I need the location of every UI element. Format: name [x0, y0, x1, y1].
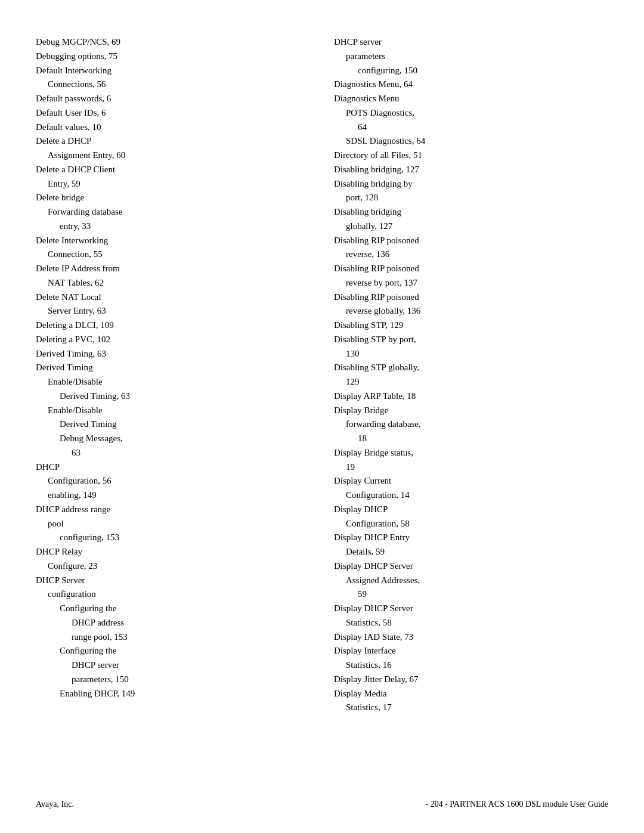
left-entry-1: Debugging options, 75: [36, 50, 310, 63]
right-entry-29: Display Bridge status,: [334, 447, 608, 460]
left-entry-35: configuring, 153: [36, 531, 310, 544]
right-entry-25: Display ARP Table, 18: [334, 390, 608, 403]
right-entry-5: POTS Diagnostics,: [334, 107, 608, 120]
right-entry-34: Configuration, 58: [334, 518, 608, 531]
left-entry-11: Delete bridge: [36, 191, 310, 205]
left-entry-24: Enable/Disable: [36, 376, 310, 389]
right-entry-39: 59: [334, 588, 608, 601]
right-entry-31: Display Current: [334, 475, 608, 488]
footer-center: - 204 - PARTNER ACS 1600 DSL module User…: [425, 800, 608, 809]
right-entry-19: reverse globally, 136: [334, 305, 608, 318]
right-entry-3: Diagnostics Menu, 64: [334, 78, 608, 91]
left-entry-34: pool: [36, 518, 310, 531]
left-entry-2: Default Interworking: [36, 64, 310, 78]
left-entry-0: Debug MGCP/NCS, 69: [36, 36, 310, 49]
left-entry-36: DHCP Relay: [36, 546, 310, 559]
right-entry-38: Assigned Addresses,: [334, 574, 608, 587]
right-entry-44: Statistics, 16: [334, 659, 608, 672]
right-entry-35: Display DHCP Entry: [334, 531, 608, 544]
right-entry-18: Disabling RIP poisoned: [334, 291, 608, 304]
right-entry-21: Disabling STP by port,: [334, 333, 608, 346]
left-entry-26: Enable/Disable: [36, 404, 310, 417]
right-entry-47: Statistics, 17: [334, 701, 608, 714]
left-entry-32: enabling, 149: [36, 489, 310, 502]
left-entry-14: Delete Interworking: [36, 234, 310, 247]
left-entry-40: Configuring the: [36, 602, 310, 615]
left-entry-23: Derived Timing: [36, 361, 310, 374]
footer-left: Avaya, Inc.: [36, 800, 74, 809]
left-entry-44: DHCP server: [36, 659, 310, 672]
right-entry-13: globally, 127: [334, 220, 608, 233]
left-entry-9: Delete a DHCP Client: [36, 163, 310, 176]
left-entry-5: Default User IDs, 6: [36, 107, 310, 120]
right-entry-42: Display IAD State, 73: [334, 631, 608, 644]
left-entry-6: Default values, 10: [36, 121, 310, 134]
left-column: Debug MGCP/NCS, 69Debugging options, 75D…: [36, 36, 310, 701]
left-entry-42: range pool, 153: [36, 631, 310, 644]
left-entry-27: Derived Timing: [36, 418, 310, 431]
left-entry-19: Server Entry, 63: [36, 305, 310, 318]
left-entry-43: Configuring the: [36, 645, 310, 658]
right-entry-20: Disabling STP, 129: [334, 319, 608, 332]
right-entry-4: Diagnostics Menu: [334, 92, 608, 106]
left-entry-21: Deleting a PVC, 102: [36, 333, 310, 346]
left-entry-13: entry, 33: [36, 220, 310, 233]
right-entry-17: reverse by port, 137: [334, 277, 608, 290]
right-entry-26: Display Bridge: [334, 404, 608, 417]
left-entry-41: DHCP address: [36, 617, 310, 630]
right-entry-41: Statistics, 58: [334, 617, 608, 630]
left-entry-15: Connection, 55: [36, 248, 310, 261]
right-entry-0: DHCP server: [334, 36, 608, 49]
right-entry-43: Display Interface: [334, 645, 608, 658]
left-entry-25: Derived Timing, 63: [36, 390, 310, 403]
right-entry-40: Display DHCP Server: [334, 602, 608, 615]
right-entry-6: 64: [334, 121, 608, 134]
left-entry-33: DHCP address range: [36, 503, 310, 516]
right-entry-28: 18: [334, 432, 608, 445]
left-entry-29: 63: [36, 447, 310, 460]
left-entry-16: Delete IP Address from: [36, 262, 310, 275]
left-entry-39: configuration: [36, 588, 310, 601]
right-entry-45: Display Jitter Delay, 67: [334, 673, 608, 686]
left-entry-30: DHCP: [36, 461, 310, 474]
left-entry-18: Delete NAT Local: [36, 291, 310, 304]
right-entry-33: Display DHCP: [334, 503, 608, 516]
right-entry-15: reverse, 136: [334, 248, 608, 261]
left-entry-8: Assignment Entry, 60: [36, 149, 310, 162]
content-area: Debug MGCP/NCS, 69Debugging options, 75D…: [0, 36, 644, 716]
right-entry-2: configuring, 150: [334, 64, 608, 78]
right-entry-27: forwarding database,: [334, 418, 608, 431]
left-entry-10: Entry, 59: [36, 178, 310, 191]
right-column: DHCP serverparametersconfiguring, 150Dia…: [334, 36, 608, 716]
left-entry-45: parameters, 150: [36, 673, 310, 686]
right-entry-32: Configuration, 14: [334, 489, 608, 502]
right-entry-10: Disabling bridging by: [334, 178, 608, 191]
left-entry-3: Connections, 56: [36, 78, 310, 91]
right-entry-24: 129: [334, 376, 608, 389]
left-entry-7: Delete a DHCP: [36, 135, 310, 148]
footer: Avaya, Inc. - 204 - PARTNER ACS 1600 DSL…: [0, 800, 644, 809]
right-entry-9: Disabling bridging, 127: [334, 163, 608, 176]
left-entry-20: Deleting a DLCI, 109: [36, 319, 310, 332]
left-entry-4: Default passwords, 6: [36, 92, 310, 106]
right-entry-12: Disabling bridging: [334, 206, 608, 219]
right-entry-14: Disabling RIP poisoned: [334, 234, 608, 247]
right-entry-16: Disabling RIP poisoned: [334, 262, 608, 275]
left-entry-37: Configure, 23: [36, 560, 310, 573]
left-entry-12: Forwarding database: [36, 206, 310, 219]
right-entry-8: Directory of all Files, 51: [334, 149, 608, 162]
right-entry-23: Disabling STP globally,: [334, 361, 608, 374]
right-entry-36: Details, 59: [334, 546, 608, 559]
page: Debug MGCP/NCS, 69Debugging options, 75D…: [0, 0, 644, 833]
right-entry-37: Display DHCP Server: [334, 560, 608, 573]
right-entry-22: 130: [334, 348, 608, 361]
left-entry-31: Configuration, 56: [36, 475, 310, 488]
left-entry-46: Enabling DHCP, 149: [36, 688, 310, 701]
left-entry-38: DHCP Server: [36, 574, 310, 587]
left-entry-17: NAT Tables, 62: [36, 277, 310, 290]
left-entry-22: Derived Timing, 63: [36, 348, 310, 361]
left-entry-28: Debug Messages,: [36, 432, 310, 445]
right-entry-46: Display Media: [334, 688, 608, 701]
right-entry-7: SDSL Diagnostics, 64: [334, 135, 608, 148]
right-entry-30: 19: [334, 461, 608, 474]
